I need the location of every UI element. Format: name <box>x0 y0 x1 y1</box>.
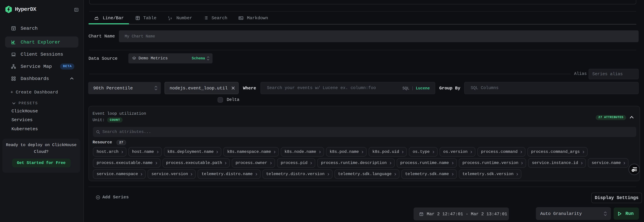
svg-text:3: 3 <box>170 17 172 19</box>
svg-text:2: 2 <box>169 18 170 20</box>
